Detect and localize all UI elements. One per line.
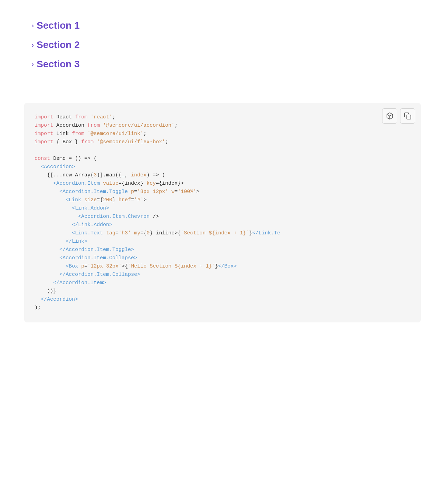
accordion-toggle-1[interactable]: › Section 1: [28, 17, 417, 34]
accordion-demo: › Section 1 › Section 2 › Section 3: [14, 10, 431, 89]
section-title-2: Section 2: [37, 39, 79, 50]
sandbox-button[interactable]: [382, 108, 397, 124]
chevron-icon-3: ›: [32, 61, 34, 68]
svg-rect-1: [407, 115, 411, 119]
code-block: import React from 'react'; import Accord…: [35, 113, 410, 312]
accordion-item-1: › Section 1: [28, 17, 417, 34]
accordion-toggle-3[interactable]: › Section 3: [28, 56, 417, 72]
chevron-icon-1: ›: [32, 22, 34, 29]
code-section: import React from 'react'; import Accord…: [24, 103, 421, 322]
section-title-1: Section 1: [37, 20, 79, 31]
copy-button[interactable]: [400, 108, 415, 124]
chevron-icon-2: ›: [32, 41, 34, 49]
accordion-toggle-2[interactable]: › Section 2: [28, 37, 417, 53]
page-container: › Section 1 › Section 2 › Section 3: [0, 0, 445, 343]
section-title-3: Section 3: [37, 59, 79, 70]
accordion-item-3: › Section 3: [28, 56, 417, 72]
code-toolbar: [382, 108, 415, 124]
accordion-item-2: › Section 2: [28, 37, 417, 53]
